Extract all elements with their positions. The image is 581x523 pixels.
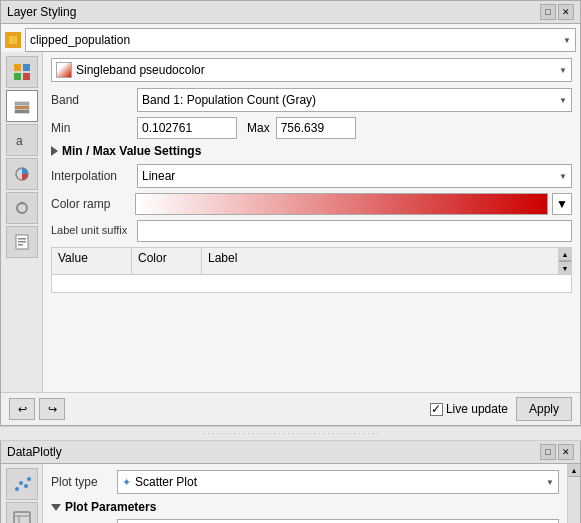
- dataplotly-float-button[interactable]: □: [540, 444, 556, 460]
- dataplotly-scrollbar[interactable]: ▲ ▼: [567, 464, 580, 523]
- interpolation-value: Linear: [142, 169, 175, 183]
- layer-name-value: clipped_population: [30, 33, 130, 47]
- plot-type-value: Scatter Plot: [135, 475, 197, 489]
- svg-rect-21: [14, 512, 30, 523]
- live-update-check[interactable]: ✓ Live update: [430, 402, 508, 416]
- layer-color-icon: [5, 32, 21, 48]
- layer-name-dropdown[interactable]: clipped_population ▼: [25, 28, 576, 52]
- bottom-toolbar: ↩ ↪ ✓ Live update Apply: [1, 392, 580, 425]
- band-row: Band Band 1: Population Count (Gray) ▼: [51, 88, 572, 112]
- dataplotly-sidebar: ?: [1, 464, 43, 523]
- layer-name-arrow-icon: ▼: [563, 36, 571, 45]
- layer-name-row: clipped_population ▼: [1, 24, 580, 52]
- value-col-header: Value: [52, 248, 132, 274]
- min-label: Min: [51, 121, 131, 135]
- svg-rect-7: [15, 106, 29, 109]
- band-label: Band: [51, 93, 131, 107]
- live-update-checkmark: ✓: [431, 402, 441, 416]
- main-layout: a: [1, 52, 580, 392]
- scatter-plot-icon: ✦: [122, 476, 131, 489]
- content-area: Singleband pseudocolor ▼ Band Band 1: Po…: [43, 52, 580, 392]
- band-value: Band 1: Population Count (Gray): [142, 93, 316, 107]
- color-col-header: Color: [132, 248, 202, 274]
- svg-rect-5: [23, 73, 30, 80]
- dataplotly-main: ? Plot type ✦ Scatter Plot ▼: [1, 464, 580, 523]
- label-unit-row: Label unit suffix: [51, 220, 572, 242]
- live-update-checkbox[interactable]: ✓: [430, 403, 443, 416]
- plot-params-header[interactable]: Plot Parameters: [51, 500, 559, 514]
- interpolation-label: Interpolation: [51, 169, 131, 183]
- toolbar-right: ✓ Live update Apply: [430, 397, 572, 421]
- apply-button[interactable]: Apply: [516, 397, 572, 421]
- dp-scroll-up[interactable]: ▲: [568, 464, 580, 477]
- svg-point-20: [27, 477, 31, 481]
- dataplotly-icon-chart[interactable]: [6, 468, 38, 500]
- layer-row: Layer Pampanga ▼: [51, 519, 559, 523]
- max-label: Max: [247, 121, 270, 135]
- render-type-dropdown[interactable]: Singleband pseudocolor ▼: [51, 58, 572, 82]
- live-update-label: Live update: [446, 402, 508, 416]
- sidebar-icon-layer[interactable]: [6, 90, 38, 122]
- label-unit-input[interactable]: [137, 220, 572, 242]
- dataplotly-close-button[interactable]: ✕: [558, 444, 574, 460]
- title-icons: □ ✕: [540, 4, 574, 20]
- panel-close-button[interactable]: ✕: [558, 4, 574, 20]
- left-sidebar: a: [1, 52, 43, 392]
- color-ramp-bar[interactable]: [135, 193, 548, 215]
- sidebar-icon-labels[interactable]: a: [6, 124, 38, 156]
- dataplotly-panel: DataPlotly □ ✕: [0, 441, 581, 523]
- layer-styling-title: Layer Styling: [7, 5, 76, 19]
- scroll-up-arrow[interactable]: ▲: [559, 248, 571, 261]
- layer-styling-panel: Layer Styling □ ✕ clipped_population ▼: [0, 0, 581, 426]
- band-arrow-icon: ▼: [559, 96, 567, 105]
- render-type-row: Singleband pseudocolor ▼: [51, 58, 572, 82]
- value-table-body: [51, 275, 572, 293]
- dataplotly-title: DataPlotly: [7, 445, 62, 459]
- dataplotly-title-icons: □ ✕: [540, 444, 574, 460]
- svg-point-17: [15, 487, 19, 491]
- value-table-header: Value Color Label ▲ ▼: [51, 247, 572, 275]
- layer-dropdown[interactable]: Pampanga ▼: [117, 519, 559, 523]
- max-input[interactable]: [276, 117, 356, 139]
- table-scrollbar[interactable]: ▲ ▼: [558, 248, 571, 274]
- panel-float-button[interactable]: □: [540, 4, 556, 20]
- undo-button[interactable]: ↩: [9, 398, 35, 420]
- svg-point-12: [20, 202, 23, 205]
- plot-type-dropdown[interactable]: ✦ Scatter Plot ▼: [117, 470, 559, 494]
- render-type-value: Singleband pseudocolor: [76, 63, 205, 77]
- svg-text:a: a: [16, 134, 23, 148]
- plot-params-label: Plot Parameters: [65, 500, 156, 514]
- plot-type-arrow-icon: ▼: [546, 478, 554, 487]
- band-dropdown[interactable]: Band 1: Population Count (Gray) ▼: [137, 88, 572, 112]
- min-max-section-label: Min / Max Value Settings: [62, 144, 201, 158]
- min-input[interactable]: [137, 117, 237, 139]
- svg-rect-6: [15, 102, 29, 105]
- dataplotly-icon-settings[interactable]: [6, 502, 38, 523]
- svg-rect-3: [23, 64, 30, 71]
- svg-rect-15: [18, 241, 26, 243]
- color-ramp-arrow-icon: ▼: [556, 197, 568, 211]
- sidebar-icon-metadata[interactable]: [6, 226, 38, 258]
- label-col-header: Label: [202, 248, 558, 274]
- sidebar-icon-rendering[interactable]: [6, 192, 38, 224]
- color-ramp-label: Color ramp: [51, 197, 131, 211]
- dataplotly-content: Plot type ✦ Scatter Plot ▼ Plot Paramete…: [43, 464, 567, 523]
- color-ramp-dropdown-btn[interactable]: ▼: [552, 193, 572, 215]
- plot-type-row: Plot type ✦ Scatter Plot ▼: [51, 470, 559, 494]
- dataplotly-titlebar: DataPlotly □ ✕: [1, 441, 580, 464]
- sidebar-icon-diagrams[interactable]: [6, 158, 38, 190]
- render-type-icon: [56, 62, 72, 78]
- interpolation-arrow-icon: ▼: [559, 172, 567, 181]
- redo-button[interactable]: ↪: [39, 398, 65, 420]
- scroll-down-arrow[interactable]: ▼: [559, 261, 571, 274]
- svg-rect-16: [18, 244, 23, 246]
- interpolation-row: Interpolation Linear ▼: [51, 164, 572, 188]
- app-window: Layer Styling □ ✕ clipped_population ▼: [0, 0, 581, 523]
- svg-rect-8: [15, 110, 29, 113]
- min-max-section-header[interactable]: Min / Max Value Settings: [51, 144, 572, 158]
- panel-divider: · · · · · · · · · · · · · · · · · · · · …: [0, 426, 581, 441]
- plot-type-label: Plot type: [51, 475, 111, 489]
- interpolation-dropdown[interactable]: Linear ▼: [137, 164, 572, 188]
- svg-rect-2: [14, 64, 21, 71]
- sidebar-icon-symbology[interactable]: [6, 56, 38, 88]
